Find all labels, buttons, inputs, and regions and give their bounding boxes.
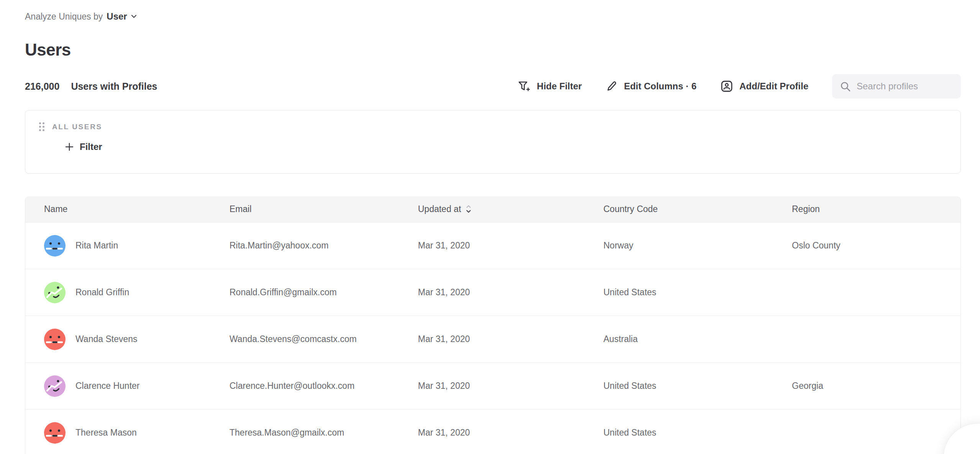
table-row[interactable]: Rita Martin Rita.Martin@yahoox.com Mar 3… [25,222,960,269]
sort-indicator-icon [466,204,471,214]
cell-country-code: United States [585,287,773,298]
search-icon [840,81,851,92]
pencil-icon [606,80,618,92]
column-header-country-code[interactable]: Country Code [585,204,773,214]
avatar [44,422,66,444]
analyze-by-dropdown[interactable]: User [107,11,136,22]
edit-columns-label: Edit Columns · 6 [624,81,696,92]
cell-email: Clarence.Hunter@outlookx.com [211,381,399,391]
user-name: Theresa Mason [75,428,137,438]
page-title: Users [25,40,961,60]
cell-name: Theresa Mason [25,422,211,444]
filter-panel: ALL USERS Filter [25,110,961,174]
profile-count-value: 216,000 [25,81,59,92]
edit-columns-button[interactable]: Edit Columns · 6 [606,80,696,92]
cell-email: Theresa.Mason@gmailx.com [211,428,399,438]
analyze-uniques-label: Analyze Uniques by [25,12,103,22]
cell-name: Clarence Hunter [25,375,211,397]
cell-name: Wanda Stevens [25,329,211,350]
cell-country-code: United States [585,428,773,438]
cell-country-code: United States [585,381,773,391]
column-header-updated-at[interactable]: Updated at [399,204,585,214]
hide-filter-label: Hide Filter [537,81,582,92]
users-page: Analyze Uniques by User Users 216,000 Us… [0,0,980,454]
cell-region: Georgia [773,381,960,391]
analyze-uniques-bar: Analyze Uniques by User [25,10,961,23]
search-profiles-box [832,74,961,99]
column-header-name[interactable]: Name [25,204,211,214]
add-filter-label: Filter [80,141,102,152]
table-row[interactable]: Clarence Hunter Clarence.Hunter@outlookx… [25,363,960,410]
avatar [44,235,66,257]
add-edit-profile-label: Add/Edit Profile [739,81,808,92]
stats-toolbar-row: 216,000 Users with Profiles Hide Filter [25,74,961,99]
table-row[interactable]: Ronald Griffin Ronald.Griffin@gmailx.com… [25,269,960,316]
user-name: Clarence Hunter [75,381,139,391]
table-row[interactable]: Theresa Mason Theresa.Mason@gmailx.com M… [25,410,960,454]
avatar [44,329,66,350]
cell-name: Ronald Griffin [25,282,211,303]
cell-updated-at: Mar 31, 2020 [399,428,585,438]
cell-updated-at: Mar 31, 2020 [399,381,585,391]
profiles-table: Name Email Updated at Country Code Regio… [25,196,961,454]
profile-card-icon [720,80,733,93]
column-header-email[interactable]: Email [211,204,399,214]
cell-region: Oslo County [773,240,960,251]
avatar [44,282,66,303]
avatar [44,375,66,397]
profile-count-label: Users with Profiles [71,81,157,92]
cell-updated-at: Mar 31, 2020 [399,287,585,298]
user-name: Ronald Griffin [75,287,129,298]
user-name: Wanda Stevens [75,334,138,344]
search-profiles-input[interactable] [832,74,961,99]
table-row[interactable]: Wanda Stevens Wanda.Stevens@comcastx.com… [25,316,960,363]
plus-icon [65,142,74,151]
analyze-by-value: User [107,11,127,22]
table-body: Rita Martin Rita.Martin@yahoox.com Mar 3… [25,222,960,454]
toolbar: Hide Filter Edit Columns · 6 [518,74,961,99]
cell-country-code: Norway [585,240,773,251]
table-header-row: Name Email Updated at Country Code Regio… [25,196,960,222]
chevron-down-icon [131,15,137,18]
drag-handle-icon[interactable] [39,122,44,131]
column-header-region[interactable]: Region [773,204,960,214]
cell-country-code: Australia [585,334,773,344]
cell-email: Ronald.Griffin@gmailx.com [211,287,399,298]
cell-email: Wanda.Stevens@comcastx.com [211,334,399,344]
cohort-group-label: ALL USERS [52,123,102,131]
profile-count: 216,000 Users with Profiles [25,81,157,92]
add-edit-profile-button[interactable]: Add/Edit Profile [720,80,808,93]
add-filter-button[interactable]: Filter [65,141,102,152]
cell-updated-at: Mar 31, 2020 [399,334,585,344]
cell-name: Rita Martin [25,235,211,257]
hide-filter-button[interactable]: Hide Filter [518,80,582,92]
filter-funnel-plus-icon [518,80,531,92]
cell-updated-at: Mar 31, 2020 [399,240,585,251]
user-name: Rita Martin [75,240,118,251]
cell-email: Rita.Martin@yahoox.com [211,240,399,251]
